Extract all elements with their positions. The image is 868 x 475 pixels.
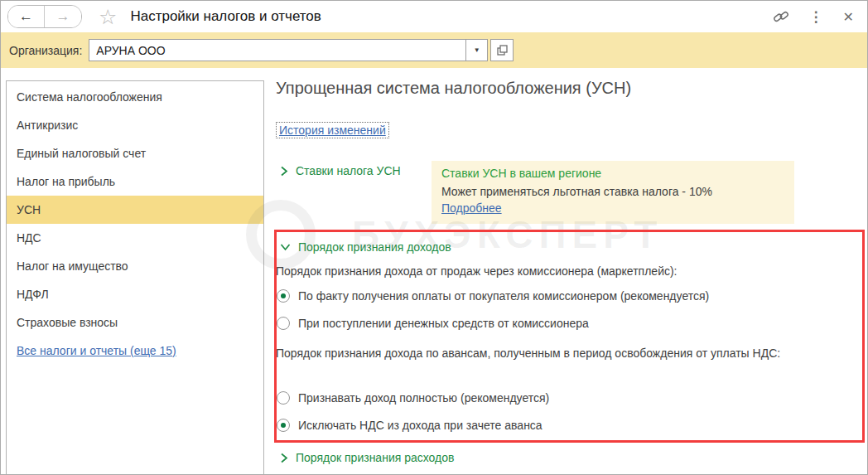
group-label: Ставки налога УСН (296, 164, 401, 177)
radio-selected-icon[interactable] (277, 289, 290, 303)
tax-settings-window: ← → ☆ Настройки налогов и отчетов ⋮ ✕ Ор… (0, 0, 868, 475)
region-rates-infobox: Ставки УСН в вашем регионе Может применя… (432, 161, 794, 224)
radio-label: Признавать доход полностью (рекомендуетс… (298, 391, 549, 405)
group-income-recognition[interactable]: Порядок признания доходов (280, 240, 451, 254)
main-pane: Упрощенная система налогообложения (УСН)… (1, 1, 867, 474)
group-expense-recognition[interactable]: Порядок признания расходов (280, 451, 454, 464)
infobox-title: Ставки УСН в вашем регионе (441, 167, 784, 180)
infobox-text: Может применяться льготная ставка налога… (441, 185, 784, 198)
radio-label: По факту получения оплаты от покупателя … (298, 289, 709, 303)
radio-unselected-icon[interactable] (277, 317, 290, 330)
chevron-down-icon (280, 243, 291, 251)
chevron-right-icon (280, 166, 288, 177)
details-link[interactable]: Подробнее (441, 201, 502, 215)
radio-option-funds-from-commissioner[interactable]: При поступлении денежных средств от коми… (277, 314, 589, 332)
question-advances: Порядок признания дохода по авансам, пол… (276, 345, 847, 362)
section-heading: Упрощенная система налогообложения (УСН) (276, 79, 631, 98)
radio-option-exclude-nds[interactable]: Исключать НДС из дохода при зачете аванс… (277, 416, 542, 434)
group-label: Порядок признания доходов (298, 240, 451, 254)
radio-selected-icon[interactable] (277, 419, 290, 432)
chevron-right-icon (280, 453, 288, 463)
radio-option-payment-by-buyer[interactable]: По факту получения оплаты от покупателя … (277, 287, 709, 305)
radio-option-recognize-full[interactable]: Признавать доход полностью (рекомендуетс… (277, 389, 549, 407)
radio-label: Исключать НДС из дохода при зачете аванс… (298, 419, 542, 432)
question-marketplace: Порядок признания дохода от продаж через… (276, 264, 678, 278)
group-label: Порядок признания расходов (296, 451, 454, 464)
group-usn-rates[interactable]: Ставки налога УСН (280, 164, 401, 177)
history-link[interactable]: История изменений (276, 122, 389, 138)
radio-label: При поступлении денежных средств от коми… (298, 317, 589, 330)
radio-unselected-icon[interactable] (277, 391, 290, 405)
